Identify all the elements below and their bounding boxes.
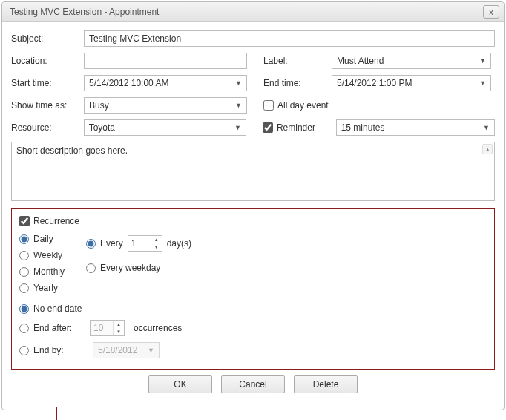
reminder-combo[interactable]: 15 minutes ▼	[336, 119, 495, 136]
chevron-down-icon: ▼	[479, 57, 486, 65]
daily-every-label: Every	[100, 238, 123, 249]
start-time-combo[interactable]: 5/14/2012 10:00 AM ▼	[84, 75, 247, 91]
freq-daily-label: Daily	[33, 234, 53, 244]
ok-button[interactable]: OK	[148, 375, 212, 393]
reminder-checkbox[interactable]	[263, 122, 273, 133]
start-time-label: Start time:	[11, 78, 84, 88]
all-day-label: All day event	[277, 100, 329, 111]
location-label: Location:	[11, 56, 84, 66]
close-button[interactable]: x	[483, 5, 499, 19]
recurrence-header-label: Recurrence	[33, 216, 79, 226]
description-textarea[interactable]: Short description goes here.	[11, 142, 495, 201]
daily-weekday-label: Every weekday	[100, 263, 160, 273]
subject-label: Subject:	[11, 33, 84, 44]
reminder-value: 15 minutes	[341, 122, 385, 133]
freq-monthly-label: Monthly	[33, 266, 65, 277]
end-by-radio[interactable]	[19, 346, 29, 355]
end-by-datebox[interactable]: 5/18/2012 ▼	[93, 342, 160, 358]
end-time-label: End time:	[263, 78, 332, 88]
all-day-checkbox[interactable]	[263, 100, 274, 111]
spinner-down-icon[interactable]: ▼	[151, 243, 162, 251]
show-as-combo[interactable]: Busy ▼	[84, 97, 247, 114]
freq-daily-radio[interactable]	[19, 234, 29, 244]
delete-button[interactable]: Delete	[294, 375, 358, 393]
daily-weekday-radio[interactable]	[86, 263, 96, 273]
resource-combo[interactable]: Toyota ▼	[84, 119, 246, 136]
recurrence-checkbox[interactable]	[19, 216, 30, 226]
end-noend-radio[interactable]	[19, 304, 29, 314]
end-by-label: End by:	[33, 345, 85, 355]
scroll-up-icon[interactable]: ▴	[482, 144, 493, 154]
resource-label: Resource:	[11, 122, 84, 133]
label-value: Must Attend	[337, 56, 384, 66]
end-noend-label: No end date	[33, 303, 82, 314]
freq-weekly-radio[interactable]	[19, 251, 29, 260]
freq-yearly-label: Yearly	[33, 283, 58, 293]
start-time-value: 5/14/2012 10:00 AM	[89, 78, 168, 88]
cancel-button[interactable]: Cancel	[221, 375, 285, 393]
close-icon: x	[489, 7, 493, 16]
chevron-down-icon: ▼	[235, 79, 242, 87]
label-combo[interactable]: Must Attend ▼	[332, 53, 491, 69]
daily-every-spinner[interactable]: ▲ ▼	[128, 235, 162, 252]
titlebar: Testing MVC Extension - Appointment x	[2, 2, 504, 22]
daily-every-radio[interactable]	[86, 239, 96, 249]
spinner-up-icon[interactable]: ▲	[114, 321, 124, 328]
chevron-down-icon: ▼	[479, 79, 486, 87]
end-after-spinner[interactable]: ▲ ▼	[90, 320, 125, 336]
end-time-value: 5/14/2012 1:00 PM	[337, 78, 412, 88]
end-after-input[interactable]	[91, 321, 113, 335]
spinner-down-icon[interactable]: ▼	[114, 328, 124, 335]
show-as-value: Busy	[89, 100, 109, 111]
location-input[interactable]	[84, 53, 247, 69]
chevron-down-icon: ▼	[234, 124, 241, 131]
end-after-occurrences-label: occurrences	[134, 323, 182, 333]
annotation-line-icon	[56, 407, 57, 420]
label-label: Label:	[263, 56, 332, 66]
end-by-value: 5/18/2012	[98, 345, 137, 355]
reminder-label: Reminder	[277, 122, 329, 133]
annotation: Recurrence Form	[56, 412, 506, 420]
recurrence-panel: Recurrence Daily Weekly Monthly	[11, 208, 495, 370]
end-time-combo[interactable]: 5/14/2012 1:00 PM ▼	[332, 75, 491, 91]
freq-yearly-radio[interactable]	[19, 283, 29, 293]
form-content: Subject: Location: Label: Must Attend ▼ …	[2, 22, 504, 410]
freq-monthly-radio[interactable]	[19, 267, 29, 277]
subject-input[interactable]	[84, 30, 495, 47]
end-after-radio[interactable]	[19, 324, 29, 333]
chevron-down-icon: ▼	[235, 102, 242, 109]
window-title: Testing MVC Extension - Appointment	[10, 7, 483, 17]
show-as-label: Show time as:	[11, 100, 84, 111]
button-bar: OK Cancel Delete	[11, 370, 495, 404]
freq-weekly-label: Weekly	[33, 250, 62, 260]
chevron-down-icon: ▼	[483, 124, 490, 131]
end-after-label: End after:	[33, 323, 85, 333]
spinner-up-icon[interactable]: ▲	[151, 236, 162, 243]
daily-days-label: day(s)	[167, 238, 191, 249]
daily-every-input[interactable]	[128, 236, 151, 251]
appointment-window: Testing MVC Extension - Appointment x Su…	[1, 1, 505, 410]
chevron-down-icon: ▼	[148, 347, 154, 354]
resource-value: Toyota	[89, 122, 115, 133]
